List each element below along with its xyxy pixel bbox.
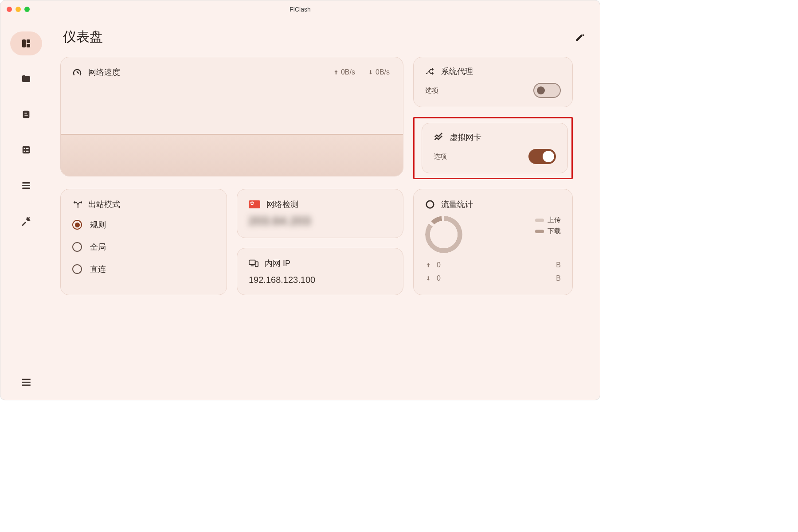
arrow-down-icon bbox=[368, 69, 374, 75]
traffic-legend: 上传 下载 bbox=[535, 216, 561, 238]
lan-ip-title: 内网 IP bbox=[265, 258, 290, 269]
note-icon bbox=[21, 110, 31, 119]
svg-rect-3 bbox=[23, 111, 29, 118]
traffic-stats-title: 流量统计 bbox=[441, 199, 473, 210]
svg-rect-0 bbox=[22, 39, 26, 47]
radio-icon bbox=[72, 220, 82, 230]
speedometer-icon bbox=[72, 67, 82, 77]
arrow-down-icon bbox=[425, 275, 431, 282]
sidebar-item-profiles[interactable] bbox=[10, 67, 42, 91]
tools-icon bbox=[21, 215, 31, 226]
tun-option-label[interactable]: 选项 bbox=[434, 153, 447, 161]
traffic-donut-chart bbox=[425, 216, 462, 253]
split-icon bbox=[72, 200, 82, 209]
radio-icon bbox=[72, 242, 82, 252]
svg-rect-17 bbox=[249, 260, 255, 265]
window-title: FlClash bbox=[0, 6, 600, 13]
traffic-stats-card: 流量统计 上传 下载 0 B bbox=[413, 189, 573, 295]
svg-rect-13 bbox=[22, 188, 30, 189]
upload-rate: 0B/s bbox=[333, 68, 355, 76]
system-proxy-card: 系统代理 选项 bbox=[413, 57, 573, 107]
svg-rect-2 bbox=[27, 44, 30, 47]
pencil-icon bbox=[575, 32, 585, 42]
svg-rect-6 bbox=[22, 146, 30, 154]
sidebar bbox=[0, 18, 51, 400]
svg-rect-19 bbox=[255, 262, 258, 266]
tun-card: 虚拟网卡 选项 bbox=[422, 123, 568, 173]
svg-rect-4 bbox=[24, 113, 27, 113]
page-title: 仪表盘 bbox=[63, 28, 103, 46]
svg-rect-14 bbox=[22, 379, 31, 380]
grid-icon bbox=[21, 145, 31, 155]
app-window: FlClash bbox=[0, 0, 600, 400]
svg-rect-7 bbox=[23, 148, 25, 149]
sidebar-item-connections[interactable] bbox=[10, 138, 42, 162]
tun-highlight: 虚拟网卡 选项 bbox=[413, 117, 573, 179]
list-icon bbox=[21, 180, 31, 191]
outbound-mode-global[interactable]: 全局 bbox=[72, 242, 215, 252]
svg-rect-5 bbox=[24, 115, 27, 116]
hk-flag-icon bbox=[249, 200, 260, 208]
svg-rect-12 bbox=[22, 185, 30, 186]
sidebar-item-proxies[interactable] bbox=[10, 102, 42, 126]
svg-rect-18 bbox=[251, 266, 254, 266]
svg-rect-1 bbox=[27, 39, 30, 43]
svg-rect-9 bbox=[23, 151, 25, 152]
titlebar: FlClash bbox=[0, 0, 600, 18]
svg-rect-10 bbox=[26, 151, 28, 152]
svg-rect-11 bbox=[22, 182, 30, 184]
tun-toggle[interactable] bbox=[528, 149, 556, 164]
outbound-mode-title: 出站模式 bbox=[88, 199, 120, 210]
network-detect-title: 网络检测 bbox=[266, 199, 298, 210]
outbound-mode-direct[interactable]: 直连 bbox=[72, 264, 215, 274]
speed-rates: 0B/s 0B/s bbox=[333, 68, 390, 76]
sidebar-item-logs[interactable] bbox=[10, 173, 42, 197]
svg-rect-15 bbox=[22, 382, 31, 383]
devices-icon bbox=[249, 258, 258, 268]
sidebar-item-tools[interactable] bbox=[10, 209, 42, 233]
sidebar-item-menu[interactable] bbox=[10, 376, 42, 400]
system-proxy-option-label[interactable]: 选项 bbox=[425, 86, 438, 95]
hamburger-icon bbox=[20, 376, 32, 388]
external-ip-value: 203.64.203 bbox=[249, 214, 391, 228]
svg-rect-16 bbox=[22, 384, 31, 386]
radio-icon bbox=[72, 264, 82, 274]
arrow-up-icon bbox=[333, 69, 339, 75]
svg-point-20 bbox=[426, 201, 434, 208]
system-proxy-title: 系统代理 bbox=[441, 66, 473, 77]
svg-rect-8 bbox=[26, 148, 28, 149]
edit-layout-button[interactable] bbox=[575, 32, 585, 42]
stacked-line-icon bbox=[434, 133, 443, 142]
speed-chart bbox=[61, 82, 403, 176]
network-speed-title: 网络速度 bbox=[88, 67, 120, 78]
tun-title: 虚拟网卡 bbox=[450, 132, 481, 143]
lan-ip-value: 192.168.123.100 bbox=[249, 275, 391, 285]
donut-icon bbox=[425, 200, 435, 209]
arrow-up-icon bbox=[425, 262, 431, 268]
sidebar-item-dashboard[interactable] bbox=[10, 31, 42, 55]
traffic-upload-row: 0 B bbox=[425, 261, 561, 269]
shuffle-icon bbox=[425, 66, 435, 76]
traffic-download-row: 0 B bbox=[425, 274, 561, 282]
lan-ip-card: 内网 IP 192.168.123.100 bbox=[237, 248, 403, 295]
outbound-mode-rule[interactable]: 规则 bbox=[72, 219, 215, 230]
network-detect-card: 网络检测 203.64.203 bbox=[237, 189, 403, 238]
system-proxy-toggle[interactable] bbox=[533, 83, 561, 98]
download-rate: 0B/s bbox=[368, 68, 390, 76]
outbound-mode-card: 出站模式 规则 全局 直连 bbox=[60, 189, 227, 295]
folder-icon bbox=[21, 74, 31, 84]
network-speed-card: 网络速度 0B/s 0B/s bbox=[60, 57, 403, 176]
dashboard-icon bbox=[21, 38, 31, 49]
